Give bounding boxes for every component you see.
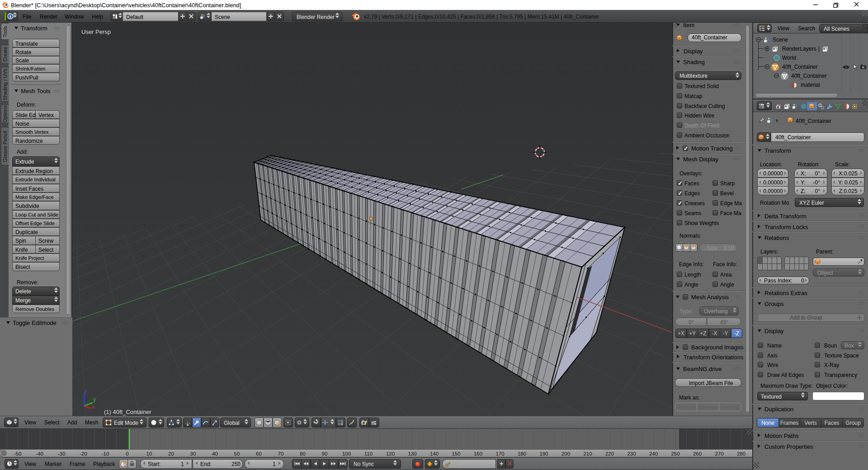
svg-text:(1) 40ft_Container: (1) 40ft_Container bbox=[104, 409, 151, 415]
svg-text:y: y bbox=[93, 396, 96, 403]
svg-text:x: x bbox=[92, 403, 95, 410]
svg-text:User Persp: User Persp bbox=[81, 28, 111, 35]
svg-text:z: z bbox=[84, 388, 87, 395]
svg-text:i: i bbox=[10, 14, 11, 19]
